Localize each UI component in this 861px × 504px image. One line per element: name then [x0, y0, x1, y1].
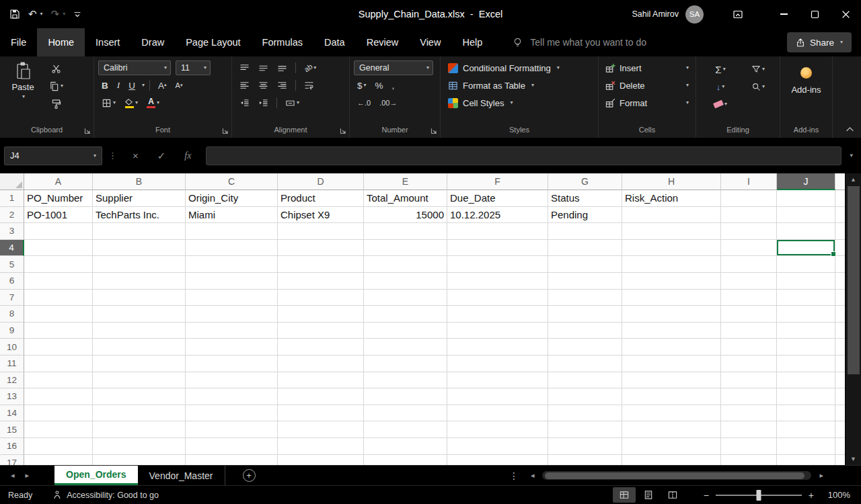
vertical-scrollbar-thumb[interactable] — [848, 186, 860, 374]
row-header-9[interactable]: 9 — [0, 323, 24, 339]
cell-E2[interactable]: 15000 — [364, 207, 447, 224]
tab-review[interactable]: Review — [356, 28, 410, 56]
cell-I13[interactable] — [721, 388, 777, 405]
cell-J12[interactable] — [777, 372, 835, 389]
cell-G15[interactable] — [548, 421, 622, 438]
cell-J4[interactable] — [777, 240, 835, 257]
cell-B5[interactable] — [93, 256, 186, 273]
cell-F2[interactable]: 10.12.2025 — [447, 207, 548, 224]
column-header-B[interactable]: B — [93, 173, 186, 190]
column-header-D[interactable]: D — [278, 173, 364, 190]
row-header-5[interactable]: 5 — [0, 256, 24, 273]
decrease-font-size-button[interactable]: A▾ — [172, 81, 186, 90]
cell-E13[interactable] — [364, 388, 447, 405]
cell-H17[interactable] — [622, 455, 721, 466]
cell-A9[interactable] — [24, 323, 93, 339]
cell-A10[interactable] — [24, 339, 93, 355]
column-header-F[interactable]: F — [447, 173, 548, 190]
cell-D13[interactable] — [278, 388, 364, 405]
column-header-I[interactable]: I — [721, 173, 777, 190]
cell-D10[interactable] — [278, 339, 364, 355]
customize-qat-button[interactable] — [73, 11, 81, 18]
tab-formulas[interactable]: Formulas — [252, 28, 313, 56]
cell-F6[interactable] — [447, 273, 548, 290]
cell-J9[interactable] — [777, 323, 835, 339]
user-name[interactable]: Sahil Amirov — [632, 9, 679, 19]
cell-C1[interactable]: Origin_City — [186, 190, 278, 207]
cell-I14[interactable] — [721, 405, 777, 422]
cell-H11[interactable] — [622, 355, 721, 372]
cell-C5[interactable] — [186, 256, 278, 273]
cell-F17[interactable] — [447, 455, 548, 466]
enter-button[interactable]: ✓ — [148, 150, 176, 162]
cell-G12[interactable] — [548, 372, 622, 389]
page-layout-view-button[interactable] — [637, 487, 660, 503]
row-header-3[interactable]: 3 — [0, 223, 24, 240]
cell-H10[interactable] — [622, 339, 721, 355]
orientation-button[interactable]: ab▾ — [301, 63, 320, 73]
cell-F3[interactable] — [447, 223, 548, 240]
cell-F10[interactable] — [447, 339, 548, 355]
cell-B4[interactable] — [93, 240, 186, 257]
cell-F7[interactable] — [447, 290, 548, 306]
accounting-format-button[interactable]: $▾ — [354, 80, 370, 91]
cell-E9[interactable] — [364, 323, 447, 339]
zoom-in-button[interactable]: + — [802, 490, 821, 501]
cell-J5[interactable] — [777, 256, 835, 273]
increase-decimal-button[interactable]: ←.0 — [354, 98, 374, 108]
tab-page-layout[interactable]: Page Layout — [175, 28, 251, 56]
cell-F4[interactable] — [447, 240, 548, 257]
insert-cells-button[interactable]: Insert ▾ — [603, 59, 691, 77]
cell-I10[interactable] — [721, 339, 777, 355]
cell-J8[interactable] — [777, 306, 835, 323]
cell-I2[interactable] — [721, 207, 777, 224]
font-color-button[interactable]: A ▾ — [143, 97, 163, 109]
cell-E4[interactable] — [364, 240, 447, 257]
row-header-6[interactable]: 6 — [0, 273, 24, 290]
cell-H9[interactable] — [622, 323, 721, 339]
cell-C16[interactable] — [186, 438, 278, 455]
cell-D9[interactable] — [278, 323, 364, 339]
column-header-C[interactable]: C — [186, 173, 278, 190]
column-header-G[interactable]: G — [548, 173, 622, 190]
cell-B11[interactable] — [93, 355, 186, 372]
cell-A7[interactable] — [24, 290, 93, 306]
delete-cells-button[interactable]: Delete ▾ — [603, 77, 691, 94]
horizontal-scrollbar-thumb[interactable] — [545, 472, 804, 479]
cell-G2[interactable]: Pending — [548, 207, 622, 224]
minimize-button[interactable] — [768, 0, 799, 28]
cell-A13[interactable] — [24, 388, 93, 405]
row-header-17[interactable]: 17 — [0, 455, 24, 466]
cell-A15[interactable] — [24, 421, 93, 438]
formula-bar-handle[interactable]: ⋮ — [108, 151, 117, 161]
cell-J3[interactable] — [777, 223, 835, 240]
number-dialog-launcher[interactable] — [430, 128, 437, 134]
cell-C12[interactable] — [186, 372, 278, 389]
clear-button[interactable]: ▾ — [700, 95, 741, 113]
borders-button[interactable]: ▾ — [98, 97, 119, 109]
cell-J14[interactable] — [777, 405, 835, 422]
cell-J7[interactable] — [777, 290, 835, 306]
cell-C4[interactable] — [186, 240, 278, 257]
redo-button[interactable]: ↷ ▾ — [51, 8, 66, 20]
paste-button[interactable]: Paste ▾ — [4, 59, 42, 124]
cell-D12[interactable] — [278, 372, 364, 389]
cell-A17[interactable] — [24, 455, 93, 466]
row-header-4[interactable]: 4 — [0, 240, 24, 257]
cell-F16[interactable] — [447, 438, 548, 455]
cell-I8[interactable] — [721, 306, 777, 323]
cell-E7[interactable] — [364, 290, 447, 306]
cell-C8[interactable] — [186, 306, 278, 323]
cell-J6[interactable] — [777, 273, 835, 290]
cell-H1[interactable]: Risk_Action — [622, 190, 721, 207]
cell-C10[interactable] — [186, 339, 278, 355]
cell-H6[interactable] — [622, 273, 721, 290]
zoom-slider-thumb[interactable] — [756, 490, 761, 501]
clipboard-dialog-launcher[interactable] — [84, 128, 91, 134]
cell-I16[interactable] — [721, 438, 777, 455]
cell-A12[interactable] — [24, 372, 93, 389]
cell-H13[interactable] — [622, 388, 721, 405]
font-name-combo[interactable]: Calibri ▾ — [98, 60, 171, 75]
sheet-nav-right-button[interactable]: ▸ — [20, 471, 35, 480]
insert-function-button[interactable]: fx — [175, 151, 200, 161]
